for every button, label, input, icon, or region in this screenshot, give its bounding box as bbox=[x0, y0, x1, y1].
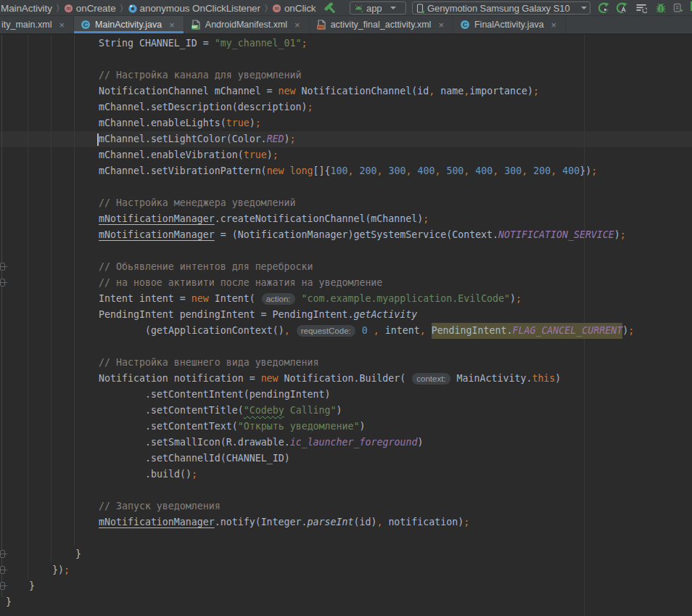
device-selector[interactable]: Genymotion Samsung Galaxy S10 bbox=[412, 1, 590, 15]
breadcrumb-label: anonymous OnClickListener bbox=[140, 3, 260, 14]
fold-marker[interactable] bbox=[0, 566, 6, 574]
tab-close-icon[interactable]: × bbox=[59, 20, 65, 30]
code-line[interactable] bbox=[0, 482, 634, 498]
breadcrumb-label: onClick bbox=[284, 3, 316, 14]
profiler-disabled-icon bbox=[672, 2, 684, 14]
code-line[interactable]: mChannel.setVibrationPattern(new long[]{… bbox=[0, 163, 634, 179]
tab-close-icon[interactable]: × bbox=[438, 20, 444, 30]
apply-changes-restart-icon bbox=[598, 2, 609, 14]
apply-code-changes-icon bbox=[616, 2, 627, 14]
tab-finalacttivity-java[interactable]: CFinalActtivity.java× bbox=[453, 16, 566, 33]
code-line[interactable]: }); bbox=[0, 562, 634, 578]
device-selector-label: Genymotion Samsung Galaxy S10 bbox=[427, 3, 570, 14]
editor-tabs: ity_main.xml×CMainActivity.java×MFAndroi… bbox=[0, 16, 692, 33]
hammer-icon bbox=[324, 2, 342, 15]
method-icon: m bbox=[64, 4, 73, 13]
apply-code-changes-button[interactable] bbox=[616, 2, 627, 14]
code-line[interactable]: Notification notification = new Notifica… bbox=[0, 371, 634, 387]
breadcrumb-label: MainActivity bbox=[1, 3, 52, 14]
tab-close-icon[interactable]: × bbox=[169, 20, 175, 30]
code-line[interactable]: } bbox=[0, 578, 634, 594]
fold-marker[interactable] bbox=[0, 550, 6, 558]
code-line[interactable]: .build(); bbox=[0, 467, 634, 482]
code-editor[interactable]: String CHANNEL_ID = "my_channel_01";// Н… bbox=[0, 35, 692, 616]
class-file-icon: C bbox=[81, 20, 91, 30]
code-line[interactable]: .setSmallIcon(R.drawable.ic_launcher_for… bbox=[0, 435, 634, 451]
build-hammer-button[interactable] bbox=[324, 2, 342, 14]
text-caret bbox=[97, 134, 99, 146]
tab-ity-main-xml[interactable]: ity_main.xml× bbox=[0, 16, 74, 33]
code-line[interactable]: } bbox=[0, 546, 634, 562]
class-file-icon: C bbox=[460, 20, 470, 30]
breadcrumb-item-oncreate[interactable]: monCreate bbox=[64, 3, 116, 14]
tab-mainactivity-java[interactable]: CMainActivity.java× bbox=[74, 16, 184, 33]
breadcrumb-item-anonymous-onclicklistener[interactable]: anonymous OnClickListener bbox=[128, 3, 260, 14]
breadcrumb: MainActivity〉monCreate〉anonymous OnClick… bbox=[1, 0, 316, 16]
code-line[interactable]: mChannel.setLightColor(Color.RED); bbox=[0, 131, 634, 147]
code-line[interactable]: .setContentIntent(pendingIntent) bbox=[0, 387, 634, 403]
method-icon: m bbox=[272, 4, 281, 13]
parameter-hint-chip: context: bbox=[412, 373, 450, 385]
code-line[interactable]: .setChannelId(CHANNEL_ID) bbox=[0, 451, 634, 467]
chevron-down-icon bbox=[390, 7, 396, 9]
svg-text:C: C bbox=[463, 20, 468, 28]
apply-changes-restart-button[interactable] bbox=[598, 2, 609, 14]
tab-title: ity_main.xml bbox=[1, 20, 52, 30]
code-line[interactable] bbox=[0, 52, 634, 67]
code-line[interactable]: mNotificationManager.createNotificationC… bbox=[0, 211, 634, 227]
code-line[interactable] bbox=[0, 339, 634, 355]
code-line[interactable]: mNotificationManager = (NotificationMana… bbox=[0, 227, 634, 243]
code-area: String CHANNEL_ID = "my_channel_01";// Н… bbox=[0, 36, 634, 610]
tab-close-icon[interactable]: × bbox=[294, 20, 300, 30]
code-line[interactable]: mChannel.setDescription(description); bbox=[0, 99, 634, 115]
code-line[interactable]: // Обьявление интентов для переброски bbox=[0, 259, 634, 275]
list-tasks-icon bbox=[635, 2, 647, 14]
tab-close-icon[interactable]: × bbox=[551, 20, 557, 30]
code-line[interactable]: mChannel.enableVibration(true); bbox=[0, 147, 634, 163]
code-line[interactable]: // Запуск уведомления bbox=[0, 498, 634, 514]
tab-title: AndroidManifest.xml bbox=[205, 20, 287, 30]
tab-title: MainActivity.java bbox=[95, 20, 162, 30]
code-line[interactable]: .setContentText("Открыть уведомление") bbox=[0, 419, 634, 435]
debug-button[interactable] bbox=[655, 2, 667, 14]
code-line[interactable] bbox=[0, 179, 634, 195]
breadcrumb-separator: 〉 bbox=[116, 3, 128, 14]
svg-text:m: m bbox=[274, 4, 279, 12]
debug-bug-icon bbox=[655, 2, 667, 14]
fold-marker[interactable] bbox=[0, 279, 6, 287]
usage-highlight: PendingIntent.FLAG_CANCEL_CURRENT bbox=[432, 323, 623, 339]
profiler-button[interactable] bbox=[672, 2, 684, 14]
run-configurations-button[interactable] bbox=[635, 2, 647, 14]
parameter-hint-chip: action: bbox=[262, 293, 295, 305]
chevron-down-icon bbox=[581, 7, 587, 9]
code-line[interactable]: NotificationChannel mChannel = new Notif… bbox=[0, 83, 634, 99]
module-selector-label: app bbox=[366, 3, 382, 14]
code-line[interactable]: // на новое активити после нажатия на ув… bbox=[0, 275, 634, 291]
code-line[interactable]: mNotificationManager.notify(Integer.pars… bbox=[0, 514, 634, 530]
code-line[interactable]: .setContentTitle("Codeby Calling") bbox=[0, 403, 634, 419]
code-line[interactable]: // Настройка менеджера уведомлений bbox=[0, 195, 634, 211]
code-line[interactable]: // Настройка внешнего вида уведомления bbox=[0, 355, 634, 371]
breadcrumb-label: onCreate bbox=[76, 3, 116, 14]
code-line[interactable]: String CHANNEL_ID = "my_channel_01"; bbox=[0, 36, 634, 52]
navigation-bar: MainActivity〉monCreate〉anonymous OnClick… bbox=[0, 0, 692, 16]
module-selector[interactable]: app bbox=[350, 1, 406, 15]
breadcrumb-separator: 〉 bbox=[52, 3, 64, 14]
tab-title: FinalActtivity.java bbox=[474, 20, 544, 30]
code-line[interactable]: Intent intent = new Intent( action: "com… bbox=[0, 291, 634, 307]
code-line[interactable]: mChannel.enableLights(true); bbox=[0, 115, 634, 131]
code-line[interactable]: // Настройка канала для уведомлений bbox=[0, 67, 634, 83]
breadcrumb-item-mainactivity[interactable]: MainActivity bbox=[1, 3, 52, 14]
breadcrumb-item-onclick[interactable]: monClick bbox=[272, 3, 316, 14]
tab-androidmanifest-xml[interactable]: MFAndroidManifest.xml× bbox=[184, 16, 310, 33]
device-phone-icon bbox=[416, 4, 424, 13]
code-line[interactable]: PendingIntent pendingIntent = PendingInt… bbox=[0, 307, 634, 323]
breadcrumb-separator: 〉 bbox=[260, 3, 272, 14]
code-line[interactable] bbox=[0, 530, 634, 546]
code-line[interactable]: } bbox=[0, 594, 634, 610]
fold-marker[interactable] bbox=[0, 263, 6, 271]
fold-marker[interactable] bbox=[0, 582, 6, 590]
tab-activity-final-acttivity-xml[interactable]: activity_final_acttivity.xml× bbox=[310, 16, 453, 33]
code-line[interactable] bbox=[0, 243, 634, 259]
code-line[interactable]: (getApplicationContext(), requestCode: 0… bbox=[0, 323, 634, 339]
